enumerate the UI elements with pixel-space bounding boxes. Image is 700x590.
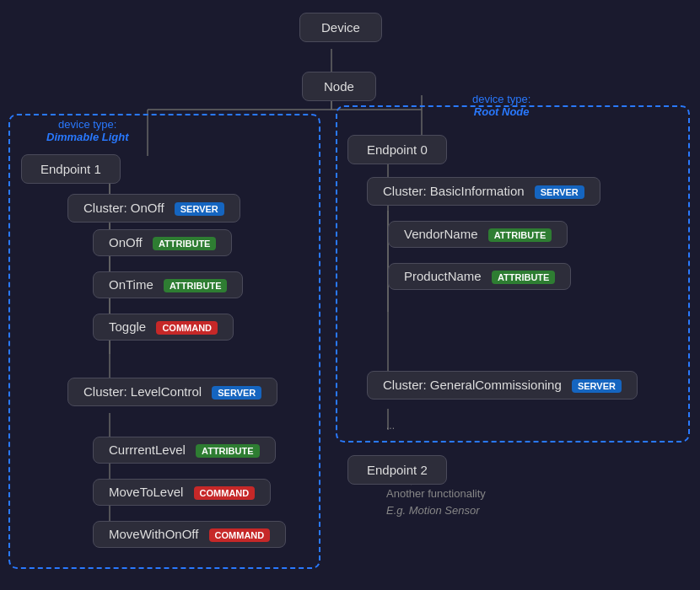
- currentlevel-attr: CurrrentLevel ATTRIBUTE: [93, 437, 276, 464]
- diagram-container: Device Node device type: Dimmable Light …: [0, 0, 700, 590]
- endpoint0-node: Endpoint 0: [347, 135, 447, 164]
- endpoint1-node: Endpoint 1: [21, 154, 121, 184]
- cluster-levelcontrol: Cluster: LevelControl SERVER: [67, 378, 277, 406]
- cluster-onoff-badge: SERVER: [175, 202, 224, 216]
- ontime-attr-badge: ATTRIBUTE: [164, 279, 228, 292]
- vendorname-attr-badge: ATTRIBUTE: [488, 228, 552, 242]
- movetolevel-cmd-label: MoveToLevel: [109, 485, 183, 499]
- cluster-generalcommissioning: Cluster: GeneralCommissioning SERVER: [367, 371, 638, 400]
- cluster-levelcontrol-label: Cluster: LevelControl: [83, 384, 202, 399]
- dimmable-light-label2: Dimmable Light: [46, 131, 129, 143]
- root-node-label: device type: Root Node: [472, 93, 530, 118]
- cluster-onoff-label: Cluster: OnOff: [83, 201, 164, 215]
- productname-attr-badge: ATTRIBUTE: [492, 271, 556, 284]
- toggle-cmd-label: Toggle: [109, 319, 146, 334]
- currentlevel-attr-badge: ATTRIBUTE: [196, 444, 260, 458]
- cluster-basicinfo-label: Cluster: BasicInformation: [383, 184, 525, 198]
- another-functionality-label: Another functionality: [386, 487, 486, 500]
- movewithonoff-cmd-label: MoveWithOnOff: [109, 527, 198, 541]
- movewithonoff-cmd: MoveWithOnOff COMMAND: [93, 521, 286, 548]
- currentlevel-attr-label: CurrrentLevel: [109, 442, 186, 457]
- movetolevel-cmd-badge: COMMAND: [194, 486, 256, 500]
- onoff-attr-label: OnOff: [109, 235, 143, 249]
- cluster-generalcommissioning-label: Cluster: GeneralCommissioning: [383, 378, 562, 392]
- ontime-attr: OnTime ATTRIBUTE: [93, 271, 243, 298]
- productname-attr: ProductName ATTRIBUTE: [388, 263, 571, 290]
- root-node-label2: Root Node: [474, 105, 530, 118]
- dimmable-light-label1: device type:: [46, 118, 129, 131]
- endpoint2-label: Endpoint 2: [367, 463, 428, 477]
- device-node: Device: [299, 13, 382, 42]
- ellipsis: ...: [386, 420, 395, 432]
- another-functionality-text: Another functionality: [386, 487, 486, 500]
- cluster-basicinfo-badge: SERVER: [535, 185, 584, 199]
- toggle-cmd-badge: COMMAND: [156, 321, 218, 335]
- example-text: E.g. Motion Sensor: [386, 504, 480, 517]
- toggle-cmd: Toggle COMMAND: [93, 314, 234, 341]
- cluster-generalcommissioning-badge: SERVER: [572, 379, 622, 393]
- dimmable-light-label: device type: Dimmable Light: [46, 118, 129, 143]
- node-node: Node: [302, 72, 376, 101]
- movewithonoff-cmd-badge: COMMAND: [209, 528, 271, 542]
- cluster-basicinfo: Cluster: BasicInformation SERVER: [367, 177, 600, 206]
- onoff-attr: OnOff ATTRIBUTE: [93, 229, 232, 256]
- onoff-attr-badge: ATTRIBUTE: [153, 237, 217, 250]
- cluster-levelcontrol-badge: SERVER: [212, 386, 261, 400]
- endpoint1-label: Endpoint 1: [40, 162, 101, 176]
- productname-attr-label: ProductName: [404, 269, 482, 283]
- vendorname-attr-label: VendorName: [404, 227, 478, 241]
- node-label: Node: [324, 79, 354, 94]
- endpoint0-label: Endpoint 0: [367, 142, 428, 157]
- device-label: Device: [321, 20, 360, 35]
- ontime-attr-label: OnTime: [109, 277, 153, 292]
- example-label: E.g. Motion Sensor: [386, 504, 480, 517]
- vendorname-attr: VendorName ATTRIBUTE: [388, 221, 568, 248]
- cluster-onoff: Cluster: OnOff SERVER: [67, 194, 240, 223]
- root-node-label1: device type:: [472, 93, 530, 105]
- movetolevel-cmd: MoveToLevel COMMAND: [93, 479, 271, 506]
- endpoint2-node: Endpoint 2: [347, 455, 447, 485]
